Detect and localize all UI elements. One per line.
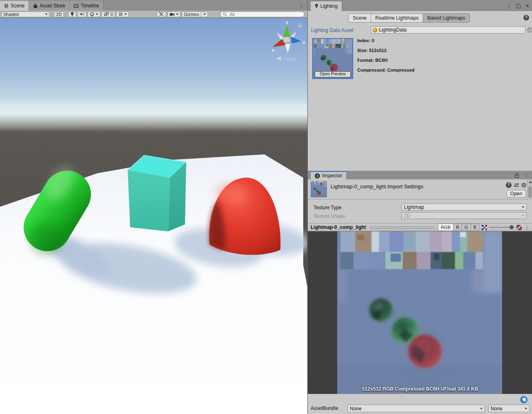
preview-drag-handle[interactable]	[370, 226, 434, 228]
gizmo-z-label[interactable]: z	[303, 40, 305, 45]
tab-label: Asset Store	[40, 3, 65, 9]
channel-g-button[interactable]: G	[462, 224, 471, 231]
scene-visibility-toggle[interactable]: 0	[101, 11, 115, 17]
scene-effects-dropdown[interactable]	[88, 11, 100, 17]
texture-shape-dropdown: 2D	[401, 212, 527, 219]
texture-type-dropdown[interactable]: Lightmap	[401, 204, 527, 210]
close-icon[interactable]: ×	[525, 2, 529, 9]
inspector-tabbar: i Inspector ⋮	[308, 171, 532, 179]
open-button[interactable]: Open	[507, 190, 526, 197]
preview-title: Lightmap-0_comp_light	[311, 224, 366, 230]
tab-label: Baked Lightmaps	[427, 15, 465, 21]
lock-icon[interactable]	[515, 173, 519, 178]
open-preview-button[interactable]: Open Preview	[315, 71, 351, 77]
eye-hidden-icon	[104, 12, 109, 16]
tab-label: Inspector	[322, 173, 342, 179]
tag-icon	[522, 398, 526, 402]
scene-search-field[interactable]	[220, 11, 304, 17]
gizmo-x-label[interactable]: x	[272, 48, 275, 52]
tab-lighting-scene[interactable]: Scene	[348, 14, 371, 23]
asset-bundle-bar: AssetBundle None None	[308, 394, 532, 414]
tab-label: Lighting	[320, 3, 338, 9]
asset-labels-button[interactable]	[520, 396, 527, 403]
texture-shape-label: Texture Shape	[313, 213, 345, 219]
scroll-up-icon[interactable]	[529, 181, 532, 183]
asset-bundle-label: AssetBundle	[311, 405, 338, 411]
scene-toolbar: Shaded 2D 0	[0, 11, 307, 18]
gizmos-dropdown[interactable]: Gizmos	[182, 11, 208, 17]
shopping-bag-icon	[33, 4, 38, 8]
lighting-panel: Scene Realtime Lightmaps Baked Lightmaps…	[308, 11, 532, 171]
tab-label: Scene	[11, 3, 25, 9]
tab-timeline[interactable]: Timeline	[70, 1, 104, 11]
window-menu-icon[interactable]: ⋮	[524, 172, 529, 178]
scene-pane: Scene Asset Store Timeline ⋮ Shaded 2D	[0, 0, 307, 414]
help-icon[interactable]: ?	[523, 15, 529, 20]
preview-menu-icon[interactable]: ⋮	[524, 224, 530, 231]
lighting-data-asset-field[interactable]: LightingData	[371, 26, 525, 34]
preview-header-bar: Lightmap-0_comp_light RGB R G B ⋮	[308, 223, 532, 231]
asset-bundle-value: None	[350, 406, 362, 412]
asset-bundle-variant-value: None	[491, 406, 503, 412]
mip-level-icon	[482, 225, 487, 230]
inspector-panel: i Inspector ⋮ Lightmap-0_comp_light Impo…	[308, 171, 532, 414]
gizmo-center-cube[interactable]	[284, 37, 290, 43]
chevron-down-icon	[522, 215, 524, 217]
hidden-count: 0	[110, 12, 113, 17]
slider-knob[interactable]	[509, 225, 514, 229]
gizmo-y-label[interactable]: y	[286, 20, 289, 25]
asset-title: Lightmap-0_comp_light Import Settings	[331, 183, 423, 190]
tab-lighting[interactable]: Lighting	[310, 1, 342, 11]
chevron-down-icon	[96, 14, 98, 15]
window-menu-icon[interactable]: ⋮	[506, 2, 512, 9]
scene-viewport[interactable]: y x z Persp	[0, 18, 307, 414]
presets-icon[interactable]	[514, 182, 519, 188]
channel-buttons: RGB R G B	[438, 224, 479, 231]
object-picker-icon[interactable]	[527, 27, 532, 32]
tab-baked-lightmaps[interactable]: Baked Lightmaps	[423, 14, 470, 23]
lighting-data-asset-icon	[373, 28, 377, 32]
gear-icon[interactable]	[521, 182, 527, 188]
scrollbar-thumb[interactable]	[528, 186, 532, 198]
lightmap-thumbnail[interactable]: Open Preview	[312, 38, 353, 79]
cyan-cube[interactable]	[128, 155, 186, 231]
asset-bundle-dropdown[interactable]: None	[347, 405, 485, 412]
component-tools-button[interactable]	[157, 11, 166, 17]
mip-level-slider[interactable]	[489, 224, 514, 230]
scene-window-menu-icon[interactable]: ⋮	[295, 1, 307, 11]
lighting-tabbar: Lighting ⋮ ▢ ×	[308, 0, 532, 11]
separator	[201, 12, 201, 17]
search-input[interactable]	[229, 11, 302, 17]
texture-import-settings: Texture Type Lightmap Texture Shape 2D	[308, 199, 532, 223]
light-bulb-icon	[315, 4, 318, 9]
tab-asset-store[interactable]: Asset Store	[29, 1, 70, 11]
scene-audio-toggle[interactable]	[77, 11, 86, 17]
asset-bundle-variant-dropdown[interactable]: None	[488, 405, 530, 412]
lightmap-info: Index: 0 Size: 512x512 Format: BC6H Comp…	[357, 38, 415, 77]
tab-realtime-lightmaps[interactable]: Realtime Lightmaps	[371, 14, 423, 23]
2d-label: 2D	[56, 12, 62, 17]
help-icon[interactable]: ?	[506, 182, 512, 188]
separator	[66, 12, 66, 17]
grid-visibility-dropdown[interactable]	[116, 11, 129, 17]
separator	[52, 12, 52, 17]
right-pane: Lighting ⋮ ▢ × Scene Realtime Lightmaps …	[307, 0, 532, 414]
chevron-down-icon	[176, 14, 178, 15]
texture-info-label: 512x512 RGB Compressed BC6H UFloat 341.4…	[308, 386, 532, 392]
chevron-down-icon	[522, 206, 524, 208]
tab-scene[interactable]: Scene	[0, 1, 29, 11]
camera-icon	[169, 12, 175, 16]
lighting-data-asset-label: Lighting Data Asset	[311, 27, 353, 33]
channel-rgb-button[interactable]: RGB	[438, 224, 453, 231]
shading-mode-dropdown[interactable]: Shaded	[1, 11, 50, 17]
tools-icon	[159, 12, 164, 17]
projection-label: Persp	[283, 56, 297, 62]
tab-inspector[interactable]: i Inspector	[310, 172, 347, 179]
camera-settings-dropdown[interactable]	[167, 11, 180, 17]
scene-lighting-toggle[interactable]	[68, 11, 76, 17]
texture-preview-area[interactable]: 512x512 RGB Compressed BC6H UFloat 341.4…	[308, 231, 532, 394]
channel-r-button[interactable]: R	[453, 224, 462, 231]
2d-toggle-button[interactable]: 2D	[54, 11, 64, 17]
maximize-icon[interactable]: ▢	[516, 3, 521, 8]
channel-b-button[interactable]: B	[471, 224, 479, 231]
